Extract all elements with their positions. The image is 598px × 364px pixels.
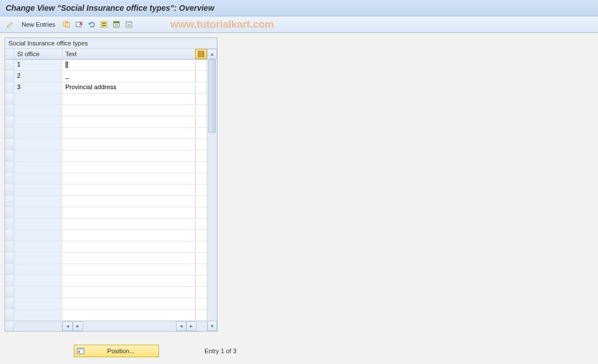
vscroll-thumb[interactable]: [208, 59, 216, 133]
row-selector[interactable]: [5, 71, 14, 82]
cell-text[interactable]: [62, 219, 195, 229]
vscroll-track[interactable]: [207, 59, 217, 321]
row-selector[interactable]: [5, 241, 14, 252]
row-selector-header[interactable]: [5, 49, 14, 59]
cell-text[interactable]: _: [62, 71, 195, 82]
cell-si-office[interactable]: [14, 150, 62, 161]
table-row: [5, 207, 207, 219]
cell-si-office[interactable]: [14, 287, 62, 298]
row-selector[interactable]: [5, 162, 14, 173]
cell-text[interactable]: [62, 116, 195, 127]
table-row: [5, 275, 207, 287]
column-header-text[interactable]: Text: [62, 49, 195, 59]
row-selector[interactable]: [5, 298, 14, 309]
cell-si-office[interactable]: [14, 275, 62, 286]
table-row: [5, 139, 207, 150]
cell-text[interactable]: [62, 150, 195, 161]
select-all-icon[interactable]: [98, 19, 110, 30]
cell-si-office[interactable]: 3: [14, 82, 62, 93]
position-button[interactable]: Position...: [74, 345, 159, 357]
cell-si-office[interactable]: [14, 139, 62, 150]
copy-icon[interactable]: [61, 19, 72, 30]
cell-text[interactable]: [62, 241, 195, 252]
cell-text[interactable]: [62, 287, 195, 298]
row-selector[interactable]: [5, 173, 14, 184]
table-row: [5, 150, 207, 162]
cell-text[interactable]: [62, 196, 195, 207]
cell-text[interactable]: [62, 298, 195, 309]
pencil-icon[interactable]: [5, 19, 16, 30]
cell-si-office[interactable]: [14, 185, 62, 195]
deselect-all-icon[interactable]: [123, 19, 135, 30]
cell-text[interactable]: [62, 105, 195, 116]
cell-si-office[interactable]: [14, 241, 62, 252]
cell-si-office[interactable]: [14, 128, 62, 139]
cell-si-office[interactable]: [14, 196, 62, 207]
cell-text[interactable]: [62, 264, 195, 275]
row-selector[interactable]: [5, 139, 14, 150]
row-selector[interactable]: [5, 253, 14, 263]
row-selector[interactable]: [5, 196, 14, 207]
cell-text[interactable]: [62, 60, 195, 70]
table-row: 2_: [5, 71, 207, 82]
new-entries-button[interactable]: New Entries: [17, 20, 60, 29]
row-selector[interactable]: [5, 128, 14, 139]
row-selector[interactable]: [5, 230, 14, 241]
cell-text[interactable]: [62, 309, 195, 320]
scroll-down-icon[interactable]: ▼: [207, 321, 217, 331]
cell-text[interactable]: [62, 94, 195, 104]
cell-si-office[interactable]: [14, 219, 62, 229]
row-selector[interactable]: [5, 150, 14, 161]
row-selector[interactable]: [5, 60, 14, 70]
row-selector[interactable]: [5, 82, 14, 93]
scroll-right-begin-icon[interactable]: ►: [73, 321, 83, 331]
undo-icon[interactable]: [86, 19, 97, 30]
cell-si-office[interactable]: [14, 264, 62, 275]
cell-si-office[interactable]: [14, 116, 62, 127]
cell-text[interactable]: [62, 230, 195, 241]
row-selector[interactable]: [5, 287, 14, 298]
cell-text[interactable]: [62, 275, 195, 286]
scroll-right-icon[interactable]: ►: [186, 321, 196, 331]
row-selector[interactable]: [5, 275, 14, 286]
cell-si-office[interactable]: 1: [14, 60, 62, 70]
row-selector[interactable]: [5, 105, 14, 116]
cell-text[interactable]: [62, 162, 195, 173]
cell-si-office[interactable]: [14, 105, 62, 116]
delete-icon[interactable]: [73, 19, 85, 30]
cell-text[interactable]: [62, 185, 195, 195]
row-selector[interactable]: [5, 116, 14, 127]
scroll-left-end-icon[interactable]: ◄: [176, 321, 186, 331]
cell-si-office[interactable]: [14, 230, 62, 241]
table-row: [5, 105, 207, 116]
row-selector[interactable]: [5, 185, 14, 195]
column-header-si-office[interactable]: SI office: [14, 49, 62, 59]
cell-si-office[interactable]: [14, 253, 62, 263]
select-block-icon[interactable]: [111, 19, 122, 30]
cell-text[interactable]: [62, 139, 195, 150]
cell-si-office[interactable]: [14, 298, 62, 309]
cell-text[interactable]: [62, 207, 195, 218]
cell-text[interactable]: [62, 128, 195, 139]
entry-status-text: Entry 1 of 3: [204, 348, 236, 354]
cell-text[interactable]: [62, 173, 195, 184]
row-selector[interactable]: [5, 309, 14, 320]
svg-rect-18: [78, 351, 80, 353]
cell-text[interactable]: [62, 253, 195, 263]
configure-columns-icon[interactable]: [195, 49, 207, 59]
cell-si-office[interactable]: [14, 309, 62, 320]
row-selector[interactable]: [5, 219, 14, 229]
row-selector[interactable]: [5, 264, 14, 275]
cell-si-office[interactable]: [14, 207, 62, 218]
row-selector[interactable]: [5, 207, 14, 218]
hscroll-track[interactable]: [83, 321, 176, 331]
row-selector[interactable]: [5, 94, 14, 104]
cell-text[interactable]: Provincial address: [62, 82, 195, 93]
scroll-up-icon[interactable]: ▲: [207, 49, 217, 59]
cell-si-office[interactable]: [14, 173, 62, 184]
cell-si-office[interactable]: 2: [14, 71, 62, 82]
cell-si-office[interactable]: [14, 94, 62, 104]
table-header-row: SI office Text: [5, 49, 207, 60]
scroll-left-icon[interactable]: ◄: [62, 321, 73, 331]
cell-si-office[interactable]: [14, 162, 62, 173]
